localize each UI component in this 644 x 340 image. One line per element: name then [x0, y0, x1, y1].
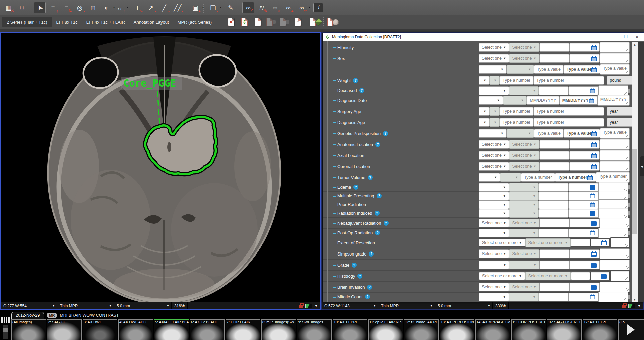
resize-grip[interactable] — [624, 215, 627, 218]
resize-grip[interactable] — [626, 224, 629, 227]
date-input[interactable]: Type a value — [564, 65, 600, 74]
thumbnail-swi-images[interactable]: 9: SWI_Images — [297, 319, 332, 340]
minimize-button[interactable]: ─ — [609, 33, 620, 41]
zoom-level[interactable]: 316% ▼ — [172, 302, 188, 309]
textarea-input[interactable] — [600, 218, 630, 228]
calendar-icon[interactable] — [591, 67, 597, 72]
thumbnail-ax-t1-gd[interactable]: 17: AX T1 Gd — [583, 319, 617, 340]
thumbnail-sag-t1[interactable]: 2: SAG T1 — [47, 319, 82, 340]
select-field[interactable]: ▼ — [479, 86, 509, 95]
textarea-input[interactable] — [600, 248, 630, 259]
textarea-input[interactable]: Type a number — [596, 172, 630, 183]
localizer-tool[interactable]: ◎ ▪ — [74, 2, 86, 13]
duplicate-view-icon[interactable]: ⧉ — [16, 2, 28, 13]
calendar-icon[interactable] — [591, 153, 597, 158]
select-field[interactable]: ▼ — [479, 107, 489, 116]
capture-tool[interactable]: ▣ ● ▾ — [189, 2, 201, 13]
calendar-icon[interactable] — [591, 285, 597, 290]
render-mode[interactable]: Thin MPR ▼ — [57, 302, 114, 309]
resize-grip[interactable] — [626, 255, 629, 258]
text-input[interactable] — [539, 219, 569, 227]
select-field[interactable]: ▼ — [479, 229, 509, 237]
calendar-icon[interactable] — [590, 294, 595, 299]
textarea-input[interactable] — [598, 292, 628, 302]
info-button[interactable]: i — [313, 3, 323, 12]
resize-grip[interactable] — [626, 102, 629, 105]
layout-tab-2-series[interactable]: 2 Series (Flair + T1c) — [2, 17, 52, 27]
checkbox[interactable] — [628, 211, 630, 216]
contour-auto-tool[interactable]: ∞ A — [269, 2, 281, 13]
select-field[interactable]: Select one▼ — [479, 140, 509, 149]
text-input[interactable]: Type a number — [500, 76, 533, 85]
help-icon[interactable]: ? — [375, 211, 380, 216]
help-icon[interactable]: ? — [359, 88, 364, 93]
select-field[interactable]: Select one▼ — [479, 219, 509, 227]
resize-grip[interactable] — [626, 146, 629, 149]
zoom-level[interactable]: 330% ▼ — [493, 302, 509, 309]
preset-caret-icon[interactable]: ▼ — [315, 304, 318, 309]
resize-grip[interactable] — [626, 288, 629, 291]
window-level-readout[interactable]: C:277 W:554 ▼ — [1, 302, 57, 309]
textarea-input[interactable] — [600, 260, 630, 270]
help-icon[interactable]: ? — [367, 285, 372, 290]
report-new-icon[interactable] — [252, 17, 263, 27]
help-icon[interactable]: ? — [368, 175, 373, 180]
textarea-input[interactable]: MM/DD/YYYY — [597, 95, 630, 106]
study-date-tab[interactable]: 2012-Nov-29 — [11, 312, 44, 319]
window-preset-swatch[interactable] — [305, 304, 312, 308]
mri-viewport-left[interactable]: Core_PGGE C:277 W:554 ▼ Thin MPR ▼ — [0, 32, 321, 310]
pan-zoom-tool[interactable]: ↔ ↕ ▾ — [114, 2, 126, 13]
text-annotation-tool[interactable]: T ↘ — [131, 2, 143, 13]
textarea-input[interactable]: Type a value — [600, 128, 630, 139]
help-icon[interactable]: ? — [352, 263, 357, 268]
help-icon[interactable]: ? — [384, 221, 389, 226]
date-input[interactable] — [569, 249, 599, 258]
date-input[interactable] — [569, 283, 599, 291]
calendar-icon[interactable] — [591, 221, 597, 226]
calendar-icon[interactable] — [591, 131, 597, 136]
text-input[interactable]: Type a number — [521, 173, 555, 182]
package-icon[interactable] — [310, 17, 321, 27]
scroll-down-arrow[interactable]: ▼ — [632, 297, 638, 302]
mpr-3d-tool[interactable]: ❏ ▪ ▾ — [207, 2, 219, 13]
thumbnail-ax-dwi[interactable]: 3: AX DWI — [83, 319, 117, 340]
text-input[interactable] — [539, 283, 569, 291]
date-input[interactable]: Type a value — [564, 129, 600, 138]
calendar-icon[interactable] — [591, 164, 597, 169]
calendar-icon[interactable] — [591, 142, 597, 147]
help-icon[interactable]: ? — [357, 274, 362, 279]
date-input[interactable] — [590, 272, 610, 280]
select-field[interactable]: Select one▼ — [479, 151, 509, 160]
lock-icon[interactable] — [622, 305, 626, 308]
thumbnail-ax-t1-pre[interactable]: 10: AX T1 PRE — [333, 319, 367, 340]
resize-grip[interactable] — [624, 92, 627, 95]
dictate-off-icon[interactable] — [279, 17, 290, 27]
checkbox[interactable] — [628, 185, 630, 190]
textarea-input[interactable] — [600, 161, 630, 172]
arrow-annotation-tool[interactable]: ↗ ▪ — [145, 2, 157, 13]
text-input[interactable] — [539, 86, 569, 95]
date-input[interactable]: MM/DD/YYYY — [559, 96, 597, 105]
number-input[interactable]: Type a number — [533, 76, 604, 85]
text-input[interactable] — [539, 140, 569, 149]
page-stack-tool[interactable]: ≡ ⇅ — [60, 2, 72, 13]
select-field[interactable]: ▼ — [479, 173, 500, 182]
textarea-input[interactable] — [600, 42, 630, 53]
help-icon[interactable]: ? — [375, 142, 380, 147]
brain-icon[interactable] — [327, 17, 339, 27]
text-input[interactable]: Type a value — [534, 65, 564, 74]
date-input[interactable] — [569, 86, 599, 95]
checkbox[interactable] — [628, 202, 630, 207]
select-field[interactable]: ▼ — [479, 118, 489, 127]
maximize-button[interactable]: ☐ — [620, 33, 631, 41]
select-field[interactable]: ▼ — [479, 261, 509, 269]
checkbox[interactable] — [628, 295, 630, 299]
scroll-up-arrow[interactable]: ▲ — [632, 42, 638, 47]
multi-ruler-tool[interactable]: ╱╱ ▪ — [172, 2, 184, 13]
contour-accept-tool[interactable]: ∞ ✓ — [242, 2, 254, 13]
pen-contour-tool[interactable]: ✎ — [225, 2, 237, 13]
select-field[interactable]: ▼ — [479, 76, 489, 85]
contour-label-tool[interactable]: ∞ A — [282, 2, 294, 13]
close-button[interactable]: ✕ — [631, 33, 643, 41]
report-import-icon[interactable]: ⇩ — [239, 17, 250, 27]
